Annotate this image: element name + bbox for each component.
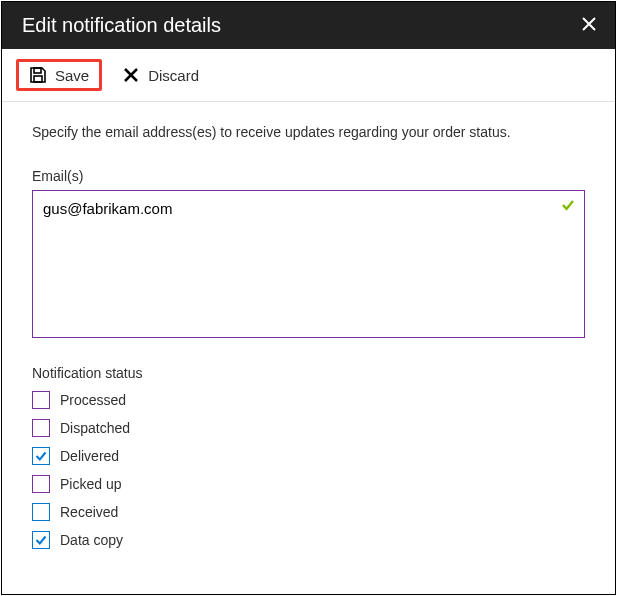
check-icon: [34, 449, 48, 463]
status-checkbox-row[interactable]: Picked up: [32, 475, 585, 493]
valid-check-icon: [561, 198, 575, 216]
checkbox-label: Delivered: [60, 448, 119, 464]
save-icon: [29, 66, 47, 84]
checkbox[interactable]: [32, 475, 50, 493]
status-checkbox-row[interactable]: Received: [32, 503, 585, 521]
checkbox[interactable]: [32, 447, 50, 465]
checkbox[interactable]: [32, 531, 50, 549]
status-section-label: Notification status: [32, 365, 585, 381]
dialog-title: Edit notification details: [22, 14, 221, 37]
status-checkbox-row[interactable]: Dispatched: [32, 419, 585, 437]
close-button[interactable]: [577, 12, 601, 39]
discard-icon: [122, 66, 140, 84]
checkbox[interactable]: [32, 391, 50, 409]
intro-text: Specify the email address(es) to receive…: [32, 124, 585, 140]
email-input[interactable]: [32, 190, 585, 338]
email-field-wrap: [32, 190, 585, 341]
checkbox[interactable]: [32, 503, 50, 521]
checkbox-label: Data copy: [60, 532, 123, 548]
status-checkbox-row[interactable]: Processed: [32, 391, 585, 409]
svg-rect-0: [34, 68, 41, 73]
status-checkbox-row[interactable]: Data copy: [32, 531, 585, 549]
toolbar: Save Discard: [2, 49, 615, 102]
svg-rect-1: [34, 76, 42, 82]
checkbox[interactable]: [32, 419, 50, 437]
checkbox-label: Processed: [60, 392, 126, 408]
dialog-header: Edit notification details: [2, 2, 615, 49]
close-icon: [581, 16, 597, 32]
check-icon: [34, 533, 48, 547]
checkbox-label: Picked up: [60, 476, 121, 492]
discard-label: Discard: [148, 67, 199, 84]
checkbox-label: Dispatched: [60, 420, 130, 436]
dialog: Edit notification details Save Discard S…: [1, 1, 616, 595]
content-area: Specify the email address(es) to receive…: [2, 102, 615, 594]
status-list: ProcessedDispatchedDeliveredPicked upRec…: [32, 391, 585, 549]
save-button[interactable]: Save: [16, 59, 102, 91]
checkbox-label: Received: [60, 504, 118, 520]
save-label: Save: [55, 67, 89, 84]
status-checkbox-row[interactable]: Delivered: [32, 447, 585, 465]
email-label: Email(s): [32, 168, 585, 184]
discard-button[interactable]: Discard: [110, 60, 211, 90]
